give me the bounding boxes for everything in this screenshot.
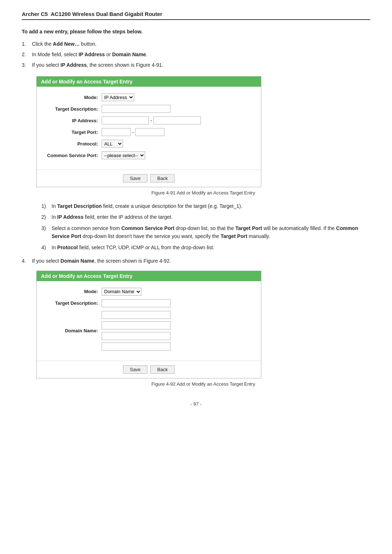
form2-target-desc-input[interactable] <box>102 299 171 307</box>
sub-num-4: 4) <box>41 245 52 250</box>
form1-header: Add or Modify an Access Target Entry <box>37 77 261 87</box>
form2-domain-name-row: Domain Name: <box>45 311 252 350</box>
form1-mode-label: Mode: <box>45 95 102 100</box>
form1-target-desc-input[interactable] <box>102 105 171 113</box>
form2-mode-select[interactable]: Domain Name IP Address <box>102 288 142 296</box>
form1-save-button[interactable]: Save <box>123 174 148 182</box>
product-name: AC1200 Wireless Dual Band Gigabit Router <box>51 11 162 17</box>
form2-domain-label: Domain Name: <box>45 328 102 333</box>
form-domain-name: Add or Modify an Access Target Entry Mod… <box>36 271 261 378</box>
main-step-1: 1. Click the Add New… button. <box>22 40 370 48</box>
main-step-3: 3. If you select IP Address, the screen … <box>22 61 370 69</box>
form2-domain-input4[interactable] <box>102 342 171 350</box>
form1-back-button[interactable]: Back <box>150 174 175 182</box>
form2-header: Add or Modify an Access Target Entry <box>37 271 261 281</box>
form1-target-desc-label: Target Description: <box>45 106 102 112</box>
sub-step-1: 1) In Target Description field, create a… <box>41 202 370 210</box>
sub-text-1: In Target Description field, create a un… <box>52 202 242 210</box>
form1-ip-row: IP Address: - <box>45 116 252 124</box>
fig2-caption: Figure 4-92 Add or Modify an Access Targ… <box>36 381 370 387</box>
main-steps-list: 1. Click the Add New… button. 2. In Mode… <box>22 40 370 69</box>
sub-text-3: Select a common service from Common Serv… <box>52 224 370 241</box>
step-num-4: 4. <box>22 258 32 264</box>
form1-port-label: Target Port: <box>45 130 102 135</box>
form-ip-address: Add or Modify an Access Target Entry Mod… <box>36 76 261 187</box>
form2-domain-input2[interactable] <box>102 321 171 329</box>
form2-save-button[interactable]: Save <box>123 365 148 374</box>
sub-step-3: 3) Select a common service from Common S… <box>41 224 370 241</box>
form1-ip-sep: - <box>150 118 152 123</box>
form1-port-input1[interactable] <box>102 128 131 136</box>
sub-text-2: In IP Address field, enter the IP addres… <box>52 213 173 221</box>
sub-num-2: 2) <box>41 214 52 220</box>
step-num-1: 1. <box>22 41 32 47</box>
step-num-3: 3. <box>22 62 32 68</box>
page-number: - 97 - <box>22 401 370 407</box>
form1-ip-input2[interactable] <box>154 116 201 124</box>
main-step-2: 2. In Mode field, select IP Address or D… <box>22 51 370 58</box>
step-num-2: 2. <box>22 52 32 57</box>
step-text-2: In Mode field, select IP Address or Doma… <box>32 51 147 58</box>
form1-protocol-label: Protocol: <box>45 141 102 147</box>
step-text-1: Click the Add New… button. <box>32 40 97 48</box>
form2-domain-input1[interactable] <box>102 311 171 319</box>
form2-footer: Save Back <box>37 361 261 378</box>
form1-port-input2[interactable] <box>135 128 164 136</box>
form2-body: Mode: Domain Name IP Address Target Desc… <box>37 281 261 361</box>
form2-domain-inputs <box>102 311 171 350</box>
form1-target-desc-row: Target Description: <box>45 105 252 113</box>
form2-target-desc-row: Target Description: <box>45 299 252 307</box>
form1-ip-label: IP Address: <box>45 118 102 123</box>
form1-ip-input1[interactable] <box>102 116 149 124</box>
form1-protocol-row: Protocol: ALL TCP UDP ICMP <box>45 140 252 148</box>
form1-port-sep: - <box>132 129 134 135</box>
form1-common-service-row: Common Service Port: --please select-- <box>45 151 252 159</box>
form1-mode-select[interactable]: IP Address <box>102 93 134 101</box>
sub-step-4: 4) In Protocol field, select TCP, UDP, I… <box>41 243 370 251</box>
sub-text-4: In Protocol field, select TCP, UDP, ICMP… <box>52 243 214 251</box>
form1-port-row: Target Port: - <box>45 128 252 136</box>
main-step-4: 4. If you select Domain Name, the screen… <box>22 257 370 265</box>
main-step-4-list: 4. If you select Domain Name, the screen… <box>22 257 370 265</box>
page-header: Archer C5 AC1200 Wireless Dual Band Giga… <box>22 11 370 20</box>
sub-step-2: 2) In IP Address field, enter the IP add… <box>41 213 370 221</box>
form1-common-service-select[interactable]: --please select-- <box>102 151 145 159</box>
sub-num-1: 1) <box>41 203 52 209</box>
form2-target-desc-label: Target Description: <box>45 300 102 306</box>
form2-mode-row: Mode: Domain Name IP Address <box>45 288 252 296</box>
form1-ip-inputs: - <box>102 116 201 124</box>
form1-protocol-select[interactable]: ALL TCP UDP ICMP <box>102 140 123 148</box>
form2-back-button[interactable]: Back <box>150 365 175 374</box>
form2-domain-input3[interactable] <box>102 332 171 340</box>
form1-common-service-label: Common Service Port: <box>45 153 102 158</box>
product-model: Archer C5 <box>22 11 48 17</box>
step-text-4: If you select Domain Name, the screen sh… <box>32 257 171 265</box>
intro-text: To add a new entry, please follow the st… <box>22 29 370 34</box>
form1-mode-row: Mode: IP Address <box>45 93 252 101</box>
form1-footer: Save Back <box>37 169 261 187</box>
form2-mode-label: Mode: <box>45 289 102 294</box>
fig1-caption: Figure 4-91 Add or Modify an Access Targ… <box>36 190 370 196</box>
form1-port-inputs: - <box>102 128 164 136</box>
step-text-3: If you select IP Address, the screen sho… <box>32 61 163 69</box>
sub-num-3: 3) <box>41 225 52 231</box>
form1-body: Mode: IP Address Target Description: IP … <box>37 87 261 169</box>
sub-steps-list: 1) In Target Description field, create a… <box>22 202 370 251</box>
